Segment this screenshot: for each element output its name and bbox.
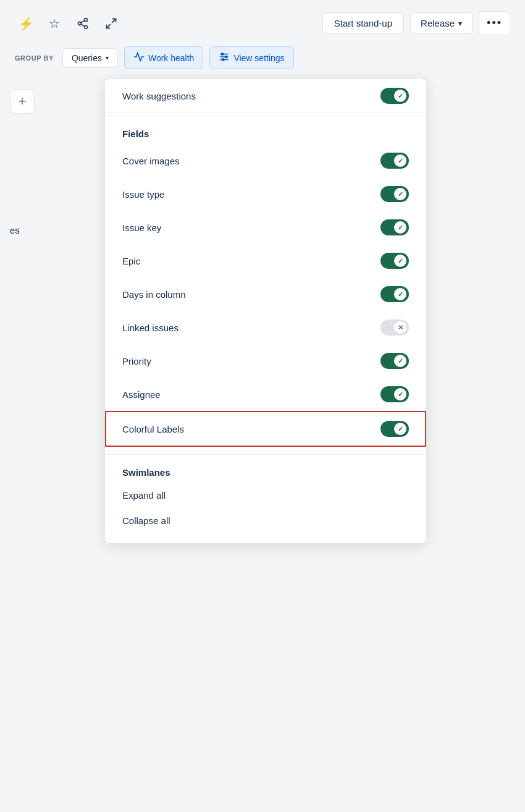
collapse-all-button[interactable]: Collapse all xyxy=(105,508,426,533)
add-column-button[interactable]: + xyxy=(10,89,35,114)
toggle-x-icon: ✕ xyxy=(398,324,403,332)
cover-images-label: Cover images xyxy=(122,156,180,166)
swimlanes-section-title: Swimlanes xyxy=(105,457,426,483)
colorful-labels-toggle[interactable]: ✓ xyxy=(380,421,409,437)
assignee-label: Assignee xyxy=(122,389,161,400)
issue-key-row: Issue key ✓ xyxy=(105,211,426,244)
days-in-column-row: Days in column ✓ xyxy=(105,277,426,311)
fields-list: Cover images ✓ Issue type ✓ Issue key ✓ xyxy=(105,144,426,447)
toggle-check-icon: ✓ xyxy=(398,92,403,100)
cover-images-row: Cover images ✓ xyxy=(105,144,426,177)
release-button[interactable]: Release ▾ xyxy=(410,12,472,34)
days-in-column-label: Days in column xyxy=(122,289,186,300)
toolbar: ⚡ ☆ Start stand-up Release ▾ ••• xyxy=(0,0,525,46)
svg-point-12 xyxy=(222,59,224,61)
view-settings-button[interactable]: View settings xyxy=(209,46,293,69)
fields-section-title: Fields xyxy=(105,119,426,144)
release-label: Release xyxy=(421,18,455,28)
work-suggestions-toggle[interactable]: ✓ xyxy=(380,88,409,104)
queries-button[interactable]: Queries ▾ xyxy=(62,48,118,68)
divider xyxy=(105,116,426,116)
view-settings-dropdown: Work suggestions ✓ Fields Cover images ✓ xyxy=(105,79,426,543)
work-health-chart-icon xyxy=(133,51,145,64)
svg-point-10 xyxy=(222,53,224,55)
release-chevron-icon: ▾ xyxy=(458,19,462,28)
work-suggestions-label: Work suggestions xyxy=(122,91,196,101)
group-by-label: GROUP BY xyxy=(15,54,54,62)
partial-text: es xyxy=(10,225,101,235)
issue-key-toggle[interactable]: ✓ xyxy=(380,219,409,235)
cover-images-toggle[interactable]: ✓ xyxy=(380,153,409,169)
linked-issues-label: Linked issues xyxy=(122,323,178,333)
issue-type-row: Issue type ✓ xyxy=(105,177,426,211)
work-suggestions-row: Work suggestions ✓ xyxy=(105,79,426,113)
svg-line-3 xyxy=(81,24,85,26)
left-panel: + es xyxy=(0,79,111,245)
toggle-check-icon: ✓ xyxy=(398,157,403,165)
filter-bar: GROUP BY Queries ▾ Work health View sett… xyxy=(0,46,525,79)
epic-toggle[interactable]: ✓ xyxy=(380,253,409,269)
main-area: + es Work suggestions ✓ Fields Cover ima… xyxy=(0,79,525,245)
toggle-check-icon: ✓ xyxy=(398,190,403,198)
linked-issues-row: Linked issues ✕ xyxy=(105,311,426,344)
issue-type-label: Issue type xyxy=(122,189,164,200)
issue-type-toggle[interactable]: ✓ xyxy=(380,186,409,202)
start-standup-button[interactable]: Start stand-up xyxy=(322,12,404,34)
svg-point-11 xyxy=(225,56,227,58)
linked-issues-toggle[interactable]: ✕ xyxy=(380,319,409,336)
priority-label: Priority xyxy=(122,356,151,366)
toggle-check-icon: ✓ xyxy=(398,290,403,298)
divider-2 xyxy=(105,454,426,455)
svg-line-4 xyxy=(81,20,85,22)
more-options-button[interactable]: ••• xyxy=(479,11,510,35)
toggle-check-icon: ✓ xyxy=(398,257,403,265)
epic-label: Epic xyxy=(122,256,140,266)
work-health-button[interactable]: Work health xyxy=(124,46,203,69)
expand-all-button[interactable]: Expand all xyxy=(105,483,426,508)
expand-all-label: Expand all xyxy=(122,490,166,501)
colorful-labels-row: Colorful Labels ✓ xyxy=(105,411,426,447)
days-in-column-toggle[interactable]: ✓ xyxy=(380,286,409,302)
colorful-labels-label: Colorful Labels xyxy=(122,424,184,434)
bolt-icon[interactable]: ⚡ xyxy=(15,12,37,35)
issue-key-label: Issue key xyxy=(122,222,161,233)
collapse-all-label: Collapse all xyxy=(122,515,170,526)
toggle-check-icon: ✓ xyxy=(398,357,403,365)
epic-row: Epic ✓ xyxy=(105,244,426,277)
work-health-label: Work health xyxy=(148,53,194,63)
priority-toggle[interactable]: ✓ xyxy=(380,353,409,369)
view-settings-sliders-icon xyxy=(219,51,230,64)
star-icon[interactable]: ☆ xyxy=(43,12,65,35)
view-settings-label: View settings xyxy=(233,53,284,63)
toggle-check-icon: ✓ xyxy=(398,425,403,433)
assignee-row: Assignee ✓ xyxy=(105,378,426,411)
assignee-toggle[interactable]: ✓ xyxy=(380,386,409,402)
queries-label: Queries xyxy=(72,53,102,63)
toggle-check-icon: ✓ xyxy=(398,391,403,399)
priority-row: Priority ✓ xyxy=(105,344,426,378)
share-icon[interactable] xyxy=(72,12,94,35)
queries-chevron-icon: ▾ xyxy=(106,54,109,61)
expand-icon[interactable] xyxy=(100,12,122,35)
toggle-check-icon: ✓ xyxy=(398,224,403,232)
